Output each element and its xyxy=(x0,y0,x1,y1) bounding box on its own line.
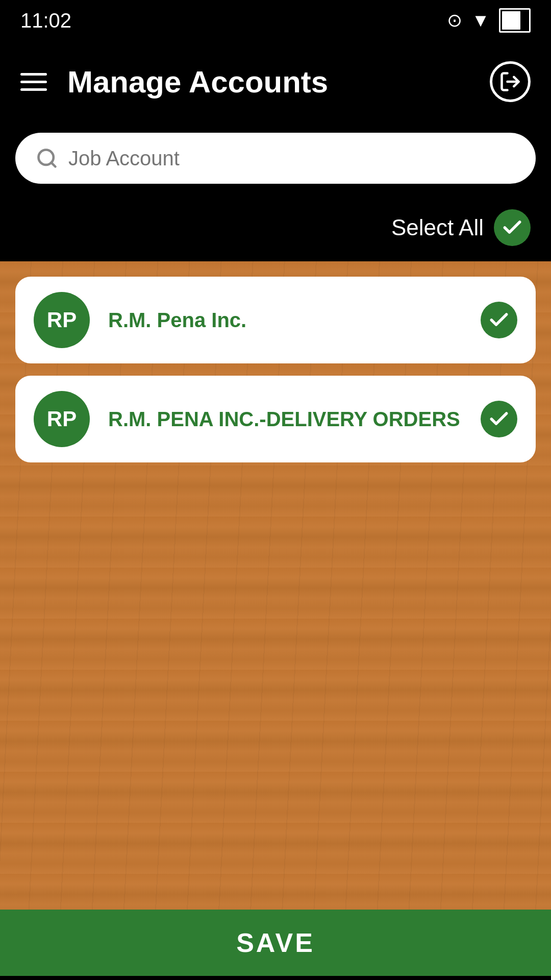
search-input[interactable] xyxy=(68,147,515,170)
menu-button[interactable] xyxy=(20,73,47,91)
account-card[interactable]: RP R.M. Pena Inc. xyxy=(15,277,536,363)
save-button-label: SAVE xyxy=(236,927,315,958)
avatar-initials: RP xyxy=(47,308,77,332)
avatar-initials: RP xyxy=(47,407,77,431)
select-all-button[interactable] xyxy=(494,209,531,246)
content-area: RP R.M. Pena Inc. RP R.M. PENA INC.-DELI… xyxy=(0,261,551,910)
search-icon xyxy=(36,147,58,169)
header: Manage Accounts xyxy=(0,41,551,122)
nav-bar: ◀ ⬤ ■ xyxy=(0,976,551,980)
page-title: Manage Accounts xyxy=(47,64,490,100)
save-button[interactable]: SAVE xyxy=(0,910,551,976)
avatar: RP xyxy=(34,292,90,348)
account-select-checkbox[interactable] xyxy=(481,302,517,338)
account-name: R.M. Pena Inc. xyxy=(108,307,462,333)
account-card[interactable]: RP R.M. PENA INC.-DELIVERY ORDERS xyxy=(15,376,536,462)
svg-line-2 xyxy=(52,163,56,167)
logout-button[interactable] xyxy=(490,61,531,102)
select-all-row: Select All xyxy=(0,199,551,261)
account-select-checkbox[interactable] xyxy=(481,401,517,437)
status-time: 11:02 xyxy=(20,9,71,32)
account-name: R.M. PENA INC.-DELIVERY ORDERS xyxy=(108,406,462,432)
search-box xyxy=(15,133,536,184)
wifi-icon: ▼ xyxy=(471,10,490,31)
status-bar: 11:02 ⊙ ▼ ⬛ xyxy=(0,0,551,41)
battery-icon: ⬛ xyxy=(499,8,531,33)
status-icons: ⊙ ▼ ⬛ xyxy=(447,8,531,33)
location-icon: ⊙ xyxy=(447,10,462,31)
avatar: RP xyxy=(34,391,90,447)
search-container xyxy=(0,122,551,199)
select-all-label: Select All xyxy=(391,215,484,240)
